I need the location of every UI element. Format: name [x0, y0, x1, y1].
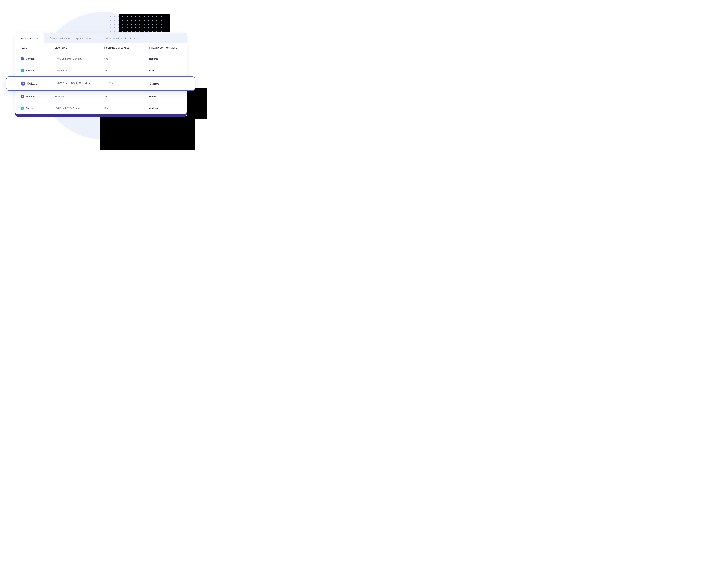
vendor-insurance: Yes	[104, 58, 149, 60]
svg-rect-1	[114, 16, 115, 17]
svg-rect-38	[160, 24, 161, 25]
vendor-contact: Andrew	[149, 107, 181, 110]
svg-rect-23	[152, 20, 153, 21]
svg-rect-53	[114, 31, 115, 32]
svg-rect-59	[139, 31, 140, 32]
vendor-name: Candon	[26, 58, 35, 60]
vendor-discipline: HVAC and BMS, Electrical	[55, 58, 104, 60]
tab-expired[interactable]: Vendors with expired insurance	[100, 33, 147, 43]
svg-rect-56	[127, 31, 128, 32]
svg-rect-21	[144, 20, 145, 21]
svg-rect-54	[118, 31, 119, 32]
bolt-icon	[21, 95, 24, 98]
svg-rect-6	[135, 16, 136, 17]
table-row[interactable]: Bluebird Landscaping Yes Britto	[15, 65, 187, 77]
vendor-contact: Roberto	[149, 58, 181, 60]
svg-rect-57	[131, 31, 132, 32]
svg-rect-33	[139, 24, 140, 25]
tabs-bar: Active Vendors Vendors with soon to expi…	[15, 33, 187, 43]
svg-rect-44	[131, 27, 132, 28]
svg-rect-18	[131, 20, 132, 21]
table-row-highlighted[interactable]: Octagon HVAC and BMS, Electrical Yes Jam…	[6, 77, 196, 91]
vendor-discipline: HVAC and BMS, Electrical	[57, 82, 109, 85]
tab-label: Active Vendors	[21, 37, 38, 39]
vendor-discipline: Electrical	[55, 95, 104, 98]
svg-rect-52	[110, 31, 111, 32]
vendor-contact: James	[150, 82, 180, 86]
bolt-icon	[21, 57, 24, 61]
tab-label: Vendors with soon to expire insurance	[50, 37, 93, 39]
vendor-contact: Britto	[149, 69, 181, 72]
vendor-insurance: Yes	[104, 107, 149, 110]
table-row[interactable]: Darton HVAC and BMS, Electrical Yes Andr…	[15, 103, 187, 114]
tab-soon-expire[interactable]: Vendors with soon to expire insurance	[44, 33, 99, 43]
svg-rect-40	[114, 27, 115, 28]
svg-rect-58	[135, 31, 136, 32]
vendor-name: Mainland	[26, 95, 36, 98]
svg-rect-20	[139, 20, 140, 21]
svg-rect-22	[148, 20, 149, 21]
svg-rect-5	[131, 16, 132, 17]
svg-rect-43	[127, 27, 128, 28]
vendor-discipline: HVAC and BMS, Electrical	[55, 107, 104, 110]
svg-rect-12	[160, 16, 161, 17]
svg-rect-45	[135, 27, 136, 28]
svg-rect-64	[160, 31, 161, 32]
decorative-dot-grid	[110, 16, 166, 35]
column-header-contact: PRIMARY CONTACT NAME	[149, 47, 181, 49]
svg-rect-17	[127, 20, 128, 21]
svg-rect-9	[148, 16, 149, 17]
svg-rect-35	[148, 24, 149, 25]
table-body: Candon HVAC and BMS, Electrical Yes Robe…	[15, 53, 187, 114]
svg-rect-47	[144, 27, 145, 28]
svg-rect-36	[152, 24, 153, 25]
svg-rect-3	[122, 16, 123, 17]
column-header-name: NAME	[21, 47, 55, 49]
svg-rect-19	[135, 20, 136, 21]
vendor-name: Octagon	[27, 82, 39, 86]
svg-rect-25	[160, 20, 161, 21]
mountain-icon	[21, 69, 24, 72]
svg-rect-63	[156, 31, 157, 32]
vendor-insurance: Yes	[104, 95, 149, 98]
decorative-dark-shape	[100, 116, 196, 149]
svg-rect-37	[156, 24, 157, 25]
svg-rect-49	[152, 27, 153, 28]
table-row[interactable]: Mainland Electrical Yes Harlin	[15, 91, 187, 103]
vendor-insurance: Yes	[109, 82, 150, 85]
svg-rect-16	[122, 20, 123, 21]
svg-rect-2	[118, 16, 119, 17]
svg-rect-13	[110, 20, 111, 21]
vendor-discipline: Landscaping	[55, 69, 104, 72]
table-row[interactable]: Candon HVAC and BMS, Electrical Yes Robe…	[15, 53, 187, 65]
svg-rect-4	[127, 16, 128, 17]
svg-rect-11	[156, 16, 157, 17]
svg-rect-51	[160, 27, 161, 28]
svg-rect-60	[144, 31, 145, 32]
tab-active-vendors[interactable]: Active Vendors	[15, 33, 44, 43]
svg-rect-8	[144, 16, 145, 17]
vendor-name: Darton	[26, 107, 33, 110]
svg-rect-62	[152, 31, 153, 32]
svg-rect-61	[148, 31, 149, 32]
svg-rect-0	[110, 16, 111, 17]
column-header-insurance: INSURANCE UPLOADED	[104, 47, 149, 49]
vendor-insurance: Yes	[104, 69, 149, 72]
svg-rect-41	[118, 27, 119, 28]
svg-rect-30	[127, 24, 128, 25]
decorative-dark-shape	[187, 88, 207, 119]
table-header-row: NAME DISCIPLINE INSURANCE UPLOADED PRIMA…	[15, 43, 187, 53]
svg-rect-50	[156, 27, 157, 28]
svg-rect-29	[122, 24, 123, 25]
svg-rect-31	[131, 24, 132, 25]
mountain-icon	[21, 107, 24, 110]
tab-label: Vendors with expired insurance	[106, 37, 141, 39]
vendor-contact: Harlin	[149, 95, 181, 98]
svg-rect-46	[139, 27, 140, 28]
svg-rect-42	[122, 27, 123, 28]
svg-rect-55	[122, 31, 123, 32]
vendor-name: Bluebird	[26, 69, 35, 72]
column-header-discipline: DISCIPLINE	[55, 47, 104, 49]
svg-rect-7	[139, 16, 140, 17]
svg-rect-34	[144, 24, 145, 25]
